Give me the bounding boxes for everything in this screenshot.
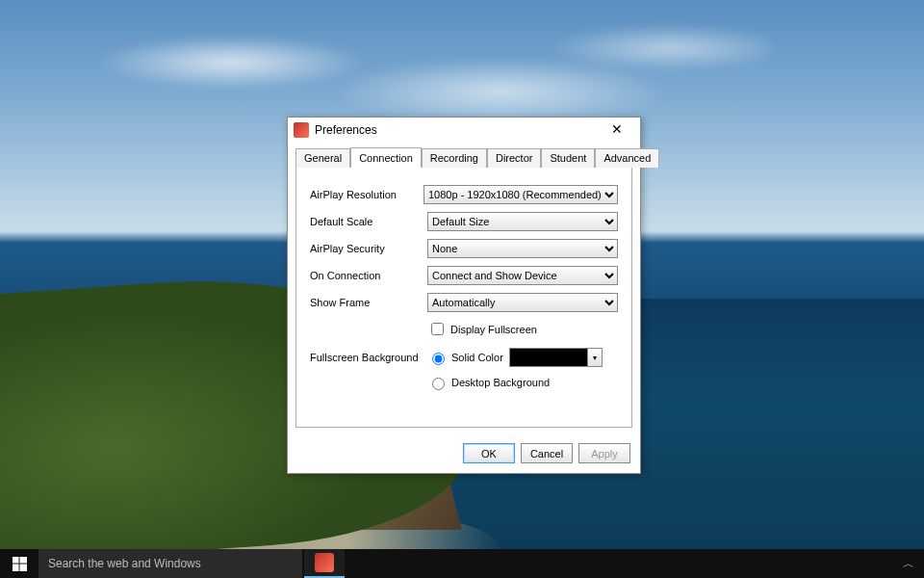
chevron-up-icon: ︿ bbox=[903, 556, 914, 572]
select-on-connection[interactable]: Connect and Show Device bbox=[427, 266, 618, 285]
select-airplay-resolution[interactable]: 1080p - 1920x1080 (Recommended) bbox=[424, 185, 618, 204]
cancel-button[interactable]: Cancel bbox=[521, 443, 573, 463]
label-show-frame: Show Frame bbox=[310, 297, 427, 308]
select-default-scale[interactable]: Default Size bbox=[427, 212, 618, 231]
svg-rect-0 bbox=[13, 557, 19, 564]
tab-general[interactable]: General bbox=[295, 148, 350, 168]
select-airplay-security[interactable]: None bbox=[427, 239, 618, 258]
svg-rect-3 bbox=[19, 564, 27, 571]
label-default-scale: Default Scale bbox=[310, 216, 427, 227]
taskbar-app-icon bbox=[315, 553, 334, 572]
color-picker[interactable]: ▾ bbox=[509, 348, 603, 367]
label-on-connection: On Connection bbox=[310, 270, 427, 281]
color-swatch bbox=[510, 349, 587, 366]
checkbox-display-fullscreen[interactable]: Display Fullscreen bbox=[427, 320, 537, 338]
radio-solid-color-input[interactable] bbox=[432, 353, 445, 365]
label-fullscreen-background: Fullscreen Background bbox=[310, 352, 427, 363]
dialog-title: Preferences bbox=[315, 123, 600, 137]
radio-solid-color-label: Solid Color bbox=[451, 352, 503, 363]
taskbar-search-placeholder: Search the web and Windows bbox=[48, 557, 201, 570]
ok-button[interactable]: OK bbox=[463, 443, 515, 463]
preferences-dialog: Preferences ✕ General Connection Recordi… bbox=[287, 117, 641, 474]
windows-logo-icon bbox=[13, 557, 27, 571]
desktop-wallpaper: Preferences ✕ General Connection Recordi… bbox=[0, 0, 924, 578]
tray-show-hidden-icons[interactable]: ︿ bbox=[893, 549, 924, 578]
apply-button[interactable]: Apply bbox=[578, 443, 630, 463]
radio-desktop-background-label: Desktop Background bbox=[451, 377, 550, 388]
label-airplay-security: AirPlay Security bbox=[310, 243, 427, 254]
tab-advanced[interactable]: Advanced bbox=[595, 148, 659, 168]
radio-desktop-background-input[interactable] bbox=[432, 378, 445, 390]
tab-student[interactable]: Student bbox=[541, 148, 595, 168]
tab-panel-connection: AirPlay Resolution 1080p - 1920x1080 (Re… bbox=[295, 167, 632, 428]
dialog-button-row: OK Cancel Apply bbox=[288, 435, 640, 473]
tab-recording[interactable]: Recording bbox=[422, 148, 487, 168]
taskbar-search[interactable]: Search the web and Windows bbox=[38, 549, 302, 578]
close-button[interactable]: ✕ bbox=[600, 120, 634, 140]
label-airplay-resolution: AirPlay Resolution bbox=[310, 189, 424, 200]
checkbox-display-fullscreen-label: Display Fullscreen bbox=[450, 324, 537, 335]
select-show-frame[interactable]: Automatically bbox=[427, 293, 618, 312]
svg-rect-1 bbox=[19, 557, 27, 564]
start-button[interactable] bbox=[0, 549, 38, 578]
tab-director[interactable]: Director bbox=[487, 148, 542, 168]
tab-strip: General Connection Recording Director St… bbox=[295, 148, 632, 168]
chevron-down-icon[interactable]: ▾ bbox=[587, 349, 602, 366]
taskbar: Search the web and Windows ︿ bbox=[0, 549, 924, 578]
checkbox-display-fullscreen-input[interactable] bbox=[431, 323, 444, 335]
radio-desktop-background[interactable]: Desktop Background bbox=[427, 375, 550, 390]
taskbar-app-reflector[interactable] bbox=[304, 549, 345, 578]
radio-solid-color[interactable]: Solid Color bbox=[427, 350, 503, 365]
app-icon bbox=[294, 122, 309, 138]
svg-rect-2 bbox=[13, 564, 19, 571]
tab-connection[interactable]: Connection bbox=[350, 147, 422, 168]
dialog-titlebar[interactable]: Preferences ✕ bbox=[288, 118, 640, 143]
